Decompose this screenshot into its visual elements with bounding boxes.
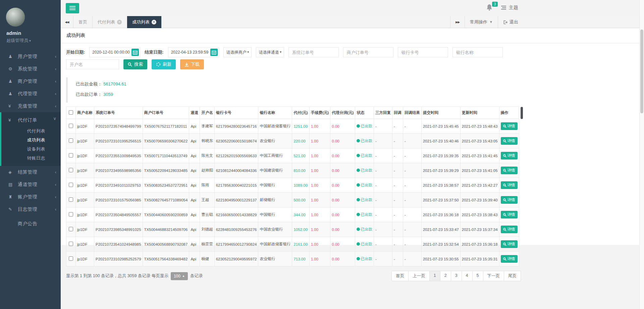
- row-checkbox[interactable]: [69, 138, 73, 143]
- cell-merchant-order: TX500517564338469482: [143, 252, 189, 266]
- calendar-icon[interactable]: [131, 49, 139, 56]
- detail-button[interactable]: 详情: [501, 152, 518, 160]
- cell-callback-result: -: [403, 237, 421, 252]
- menu-toggle-button[interactable]: [66, 3, 79, 13]
- page-first[interactable]: 首页: [391, 271, 409, 281]
- channel-select[interactable]: 请选择通道▼: [256, 47, 284, 57]
- sys-order-input[interactable]: [288, 47, 339, 57]
- sidebar-item-merchant-mgmt[interactable]: ♟ 商户管理 ‹: [0, 75, 61, 87]
- bank-card-input[interactable]: [398, 47, 448, 57]
- paid-amount-value: 5617094.61: [103, 81, 126, 86]
- sidebar-item-account-mgmt[interactable]: ♜ 账户管理 ‹: [0, 191, 61, 203]
- row-checkbox[interactable]: [69, 183, 73, 187]
- refresh-button[interactable]: 刷新: [152, 59, 176, 69]
- sidebar-item-system-mgmt[interactable]: ⚙ 系统管理 ‹: [0, 63, 61, 75]
- cell-merchant: jp1DF: [76, 178, 94, 193]
- detail-button[interactable]: 详情: [501, 137, 518, 145]
- detail-button[interactable]: 详情: [501, 255, 518, 263]
- sidebar-subitem-transfer-log[interactable]: 转账日志: [0, 153, 61, 166]
- merchant-select[interactable]: 请选择商户▼: [223, 47, 252, 57]
- detail-button[interactable]: 详情: [501, 181, 518, 189]
- page-2[interactable]: 2: [440, 271, 451, 281]
- sidebar-item-payout-orders[interactable]: ¥ 代付订单 ∨: [0, 112, 61, 126]
- detail-button[interactable]: 详情: [501, 167, 518, 174]
- tab-home[interactable]: 首页: [73, 16, 93, 28]
- cell-sys-order: P20210723551009849535: [94, 148, 143, 163]
- page-1[interactable]: 1: [429, 271, 440, 281]
- sidebar-subitem-success-list[interactable]: 成功列表: [0, 135, 61, 144]
- sidebar-item-settlement-mgmt[interactable]: ◈ 结算管理 ‹: [0, 166, 61, 178]
- refresh-icon: [156, 62, 161, 67]
- scroll-tabs-left-button[interactable]: ◀◀: [61, 16, 73, 28]
- cell-account: 陈光文: [200, 148, 215, 163]
- sidebar-item-log-mgmt[interactable]: ✎ 日志管理 ‹: [0, 203, 61, 215]
- detail-button[interactable]: 详情: [501, 211, 518, 219]
- summary-block: 已出款金额：5617094.61 已出款订单：3059: [66, 77, 639, 103]
- row-checkbox[interactable]: [69, 242, 73, 246]
- detail-button[interactable]: 详情: [501, 122, 518, 130]
- tab-success-list[interactable]: 成功列表: [127, 16, 162, 28]
- page-3[interactable]: 3: [451, 271, 462, 281]
- row-checkbox[interactable]: [69, 124, 73, 128]
- sidebar-item-agent-mgmt[interactable]: ♟ 代理管理 ‹: [0, 87, 61, 100]
- cell-fee: 1.00: [309, 193, 330, 207]
- sidebar-item-label: 充值管理: [18, 103, 37, 109]
- logout-button[interactable]: 退出: [498, 16, 523, 28]
- cell-third-reply: -: [374, 222, 392, 237]
- download-button[interactable]: 下载: [180, 59, 204, 69]
- detail-button[interactable]: 详情: [501, 240, 518, 248]
- account-name-input[interactable]: [66, 59, 119, 69]
- end-date-input[interactable]: [168, 50, 210, 55]
- cell-account: 王超: [200, 193, 215, 207]
- calendar-icon[interactable]: [210, 49, 218, 56]
- page-prev[interactable]: 上一页: [408, 271, 430, 281]
- sidebar-subitem-device-list[interactable]: 设备列表: [0, 144, 61, 153]
- sidebar-item-channel-mgmt[interactable]: ▤ 通道管理 ‹: [0, 178, 61, 191]
- sidebar-subitem-payout-list[interactable]: 代付列表: [0, 126, 61, 135]
- theme-button[interactable]: 主题: [501, 5, 518, 11]
- pagination: 首页 上一页 1 2 3 4 5 下一页 尾页: [391, 271, 521, 281]
- cell-channel: Api: [189, 178, 200, 193]
- close-tab-icon[interactable]: [117, 20, 122, 24]
- notifications-button[interactable]: 3: [486, 4, 496, 13]
- sidebar-item-recharge-mgmt[interactable]: ¥ 充值管理 ‹: [0, 100, 61, 112]
- row-checkbox[interactable]: [69, 153, 73, 158]
- search-icon: [503, 257, 506, 261]
- window-scrollbar-thumb[interactable]: [640, 29, 643, 113]
- select-all-checkbox[interactable]: [69, 110, 73, 115]
- page-last[interactable]: 尾页: [504, 271, 521, 281]
- cell-update-time: 2021-07-23 15:48:43: [460, 119, 499, 134]
- sidebar-item-user-mgmt[interactable]: ♟ 用户管理 ‹: [0, 50, 61, 63]
- bell-icon: [486, 4, 492, 11]
- row-checkbox[interactable]: [69, 212, 73, 217]
- cell-amount: 2161.00: [292, 237, 309, 252]
- user-role-dropdown[interactable]: 超级管理员▾: [6, 38, 61, 44]
- detail-button[interactable]: 详情: [501, 226, 518, 233]
- quick-actions-dropdown[interactable]: 常用操作▼: [465, 16, 498, 28]
- page-next[interactable]: 下一页: [483, 271, 504, 281]
- search-button[interactable]: 搜索: [123, 59, 147, 69]
- row-checkbox[interactable]: [69, 197, 73, 202]
- sidebar-item-label: 代付列表: [27, 128, 45, 133]
- row-checkbox[interactable]: [69, 168, 73, 172]
- cell-status: 已出款: [355, 134, 374, 148]
- sidebar-item-merchant-notice[interactable]: 商户公告: [0, 218, 61, 230]
- merchant-order-input[interactable]: [343, 47, 393, 57]
- scroll-tabs-right-button[interactable]: ▶▶: [450, 16, 465, 28]
- bank-name-input[interactable]: [452, 47, 503, 57]
- table-scrollbar-thumb[interactable]: [521, 107, 523, 119]
- close-tab-icon[interactable]: [152, 20, 156, 24]
- tab-payout-list[interactable]: 代付列表: [93, 16, 127, 28]
- page-size-dropdown[interactable]: 100▲: [171, 272, 188, 280]
- row-checkbox[interactable]: [69, 227, 73, 231]
- top-strip: 3 主题: [61, 0, 644, 16]
- caret-down-icon: ▼: [279, 48, 282, 57]
- cell-amount: 220.00: [292, 134, 309, 148]
- start-date-input[interactable]: [90, 50, 131, 55]
- cell-amount: 521.00: [292, 148, 309, 163]
- page-4[interactable]: 4: [462, 271, 473, 281]
- page-5[interactable]: 5: [472, 271, 483, 281]
- cell-update-time: 2021-07-23 15:35:31: [460, 252, 499, 266]
- detail-button[interactable]: 详情: [501, 196, 518, 204]
- row-checkbox[interactable]: [69, 256, 73, 261]
